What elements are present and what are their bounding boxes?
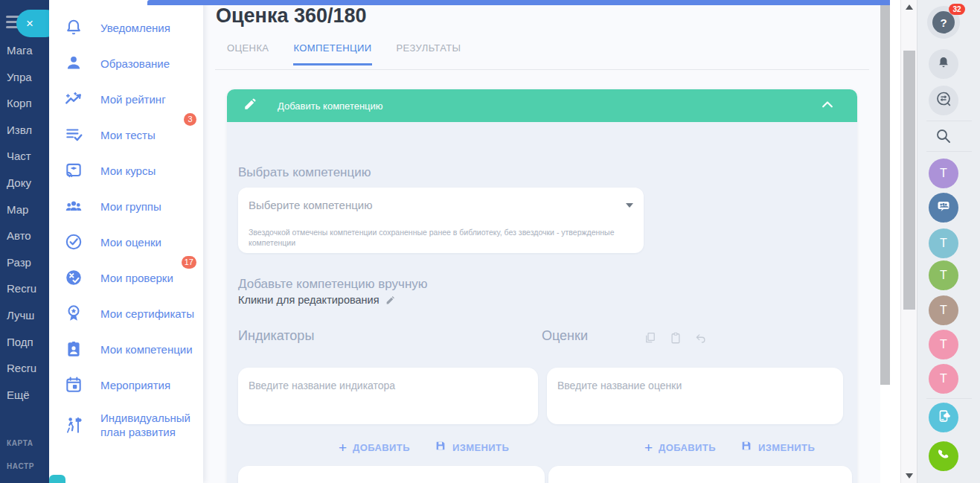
tab-rezultaty[interactable]: РЕЗУЛЬТАТЫ <box>397 42 461 65</box>
tab-kompetencii[interactable]: КОМПЕТЕНЦИИ <box>293 42 371 65</box>
call-button[interactable] <box>929 441 958 471</box>
tests-icon <box>63 125 84 144</box>
certificate-icon <box>63 304 84 323</box>
rail-item[interactable]: Разр <box>7 249 49 276</box>
notifications-button[interactable] <box>929 49 958 79</box>
manual-edit-field[interactable]: Кликни для редактирования <box>238 294 395 307</box>
menu-item-my-competencies[interactable]: Мои компетенции <box>49 331 203 367</box>
select-placeholder: Выберите компетенцию <box>249 199 372 211</box>
search-button[interactable] <box>934 128 953 147</box>
rail-item[interactable]: Подп <box>7 329 49 356</box>
avatar[interactable]: Т <box>929 364 958 394</box>
menu-item-my-certificates[interactable]: Мои сертификаты <box>49 295 203 331</box>
caret-down-icon <box>626 203 633 208</box>
menu-item-events[interactable]: Мероприятия <box>49 367 203 403</box>
indicator-input-wrap <box>238 368 538 424</box>
floating-action-button[interactable] <box>49 475 65 483</box>
menu-item-education[interactable]: Образование <box>49 45 203 81</box>
add-indicator-button[interactable]: + ДОБАВИТЬ <box>339 441 410 455</box>
checks-icon <box>63 268 84 287</box>
idp-icon <box>63 415 84 435</box>
edit-button-label: ИЗМЕНИТЬ <box>758 442 815 453</box>
select-competency-label: Выбрать компетенцию <box>238 165 371 180</box>
rail-item[interactable]: Мар <box>7 196 49 223</box>
inner-scrollbar-track[interactable] <box>880 0 900 483</box>
grades-icon <box>63 232 84 252</box>
window-scrollbar-thumb[interactable] <box>903 51 915 310</box>
edit-indicator-button[interactable]: ИЗМЕНИТЬ <box>435 440 509 455</box>
rail-item-karta[interactable]: КАРТА <box>7 432 34 455</box>
avatar[interactable]: Т <box>929 330 958 359</box>
rail-item[interactable]: Част <box>7 143 49 170</box>
menu-item-label: Образование <box>100 57 170 71</box>
bell-icon <box>63 18 84 37</box>
rail-item[interactable]: Мага <box>7 37 49 64</box>
indicator-name-input[interactable] <box>238 368 538 424</box>
menu-item-my-tests[interactable]: 3 Мои тесты <box>49 117 203 153</box>
main-content: Оценка 360/180 ОЦЕНКА КОМПЕТЕНЦИИ РЕЗУЛЬ… <box>203 0 880 483</box>
rail-item[interactable]: Корп <box>7 90 49 117</box>
rail-item[interactable]: Доку <box>7 170 49 196</box>
add-grade-button[interactable]: + ДОБАВИТЬ <box>644 441 716 455</box>
inner-scrollbar-thumb[interactable] <box>880 2 890 385</box>
paste-icon[interactable] <box>669 331 682 348</box>
device-sync-button[interactable] <box>929 403 958 432</box>
rail-item[interactable]: Извл <box>7 117 49 144</box>
rail-item[interactable]: Recru <box>7 355 49 382</box>
edit-grade-button[interactable]: ИЗМЕНИТЬ <box>740 440 815 455</box>
rail-item-nastr[interactable]: НАСТР <box>7 455 34 478</box>
grades-list[interactable] <box>548 466 852 483</box>
rail-item[interactable]: Упра <box>7 64 49 91</box>
menu-item-label: Мои оценки <box>100 235 161 249</box>
group-chat-button[interactable] <box>929 193 958 223</box>
modal-top-accent <box>147 0 890 5</box>
card-header-title: Добавить компетенцию <box>278 100 383 112</box>
add-competency-header[interactable]: Добавить компетенцию <box>227 89 857 122</box>
competency-select[interactable]: Выберите компетенцию Звездочкой отмечены… <box>238 188 644 253</box>
menu-item-my-groups[interactable]: Мои группы <box>49 188 203 224</box>
menu-item-label: Мои компетенции <box>100 342 193 356</box>
menu-item-label: Мероприятия <box>100 378 170 392</box>
bell-icon <box>936 55 951 73</box>
menu-item-idp[interactable]: Индивидуальный план развития <box>49 403 203 447</box>
menu-item-my-checks[interactable]: 17 Мои проверки <box>49 260 203 295</box>
competency-icon <box>63 339 84 359</box>
rail-item[interactable]: Авто <box>7 223 49 249</box>
rail-item[interactable]: Лучш <box>7 302 49 329</box>
rail-item[interactable]: Ещё <box>7 382 49 409</box>
menu-item-my-courses[interactable]: Мои курсы <box>49 153 203 188</box>
copy-icon[interactable] <box>644 331 657 348</box>
avatar-letter: Т <box>940 338 947 351</box>
menu-item-notifications[interactable]: Уведомления <box>49 10 203 45</box>
tab-ocenka[interactable]: ОЦЕНКА <box>227 42 269 65</box>
clipboard-toolbar <box>644 331 708 348</box>
tabs-divider <box>215 69 869 70</box>
avatar[interactable]: Т <box>929 295 958 325</box>
person-icon <box>63 54 84 73</box>
rail-divider <box>926 151 972 152</box>
rating-icon <box>63 89 84 109</box>
grade-buttons: + ДОБАВИТЬ ИЗМЕНИТЬ <box>644 440 815 455</box>
window-scrollbar-track[interactable] <box>900 0 917 483</box>
avatar[interactable]: Т <box>929 228 958 258</box>
menu-item-label: Мои группы <box>100 199 161 214</box>
scroll-down-arrow[interactable] <box>906 473 913 479</box>
manual-competency-label: Добавьте компетенцию вручную <box>238 277 428 292</box>
menu-item-my-rating[interactable]: Мой рейтинг <box>49 81 203 117</box>
chevron-up-icon[interactable] <box>820 98 835 113</box>
rail-item[interactable]: Recru <box>7 275 49 302</box>
avatar-letter: Т <box>940 304 947 317</box>
menu-item-my-grades[interactable]: Мои оценки <box>49 224 203 260</box>
grade-name-input[interactable] <box>547 368 843 424</box>
chat-button[interactable] <box>929 86 958 115</box>
menu-item-label: Мои курсы <box>100 164 156 178</box>
undo-icon[interactable] <box>694 331 708 348</box>
group-chat-icon <box>935 197 952 218</box>
avatar[interactable]: Т <box>929 159 958 188</box>
avatar[interactable]: Т <box>929 260 958 290</box>
avatar-letter: Т <box>940 167 947 180</box>
app-window: Мага Упра Корп Извл Част Доку Мар Авто Р… <box>0 0 980 483</box>
rail-footer: КАРТА НАСТР <box>7 432 34 478</box>
indicators-list[interactable] <box>238 466 545 483</box>
scroll-up-arrow[interactable] <box>906 4 913 10</box>
